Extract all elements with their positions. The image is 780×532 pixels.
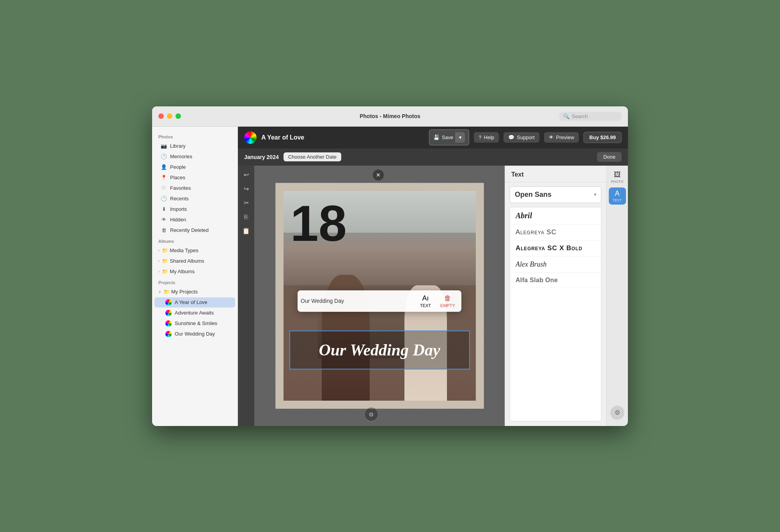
save-label: Save	[442, 134, 454, 140]
sidebar-project-item[interactable]: Adventure Awaits	[154, 308, 235, 318]
places-icon: 📍	[161, 175, 167, 181]
empty-btn-label: EMPTY	[440, 303, 455, 308]
left-toolbar: ↩ ↪ ✂ ⎘ 📋	[238, 166, 254, 426]
photo-tool-button[interactable]: 🖼 PHOTO	[609, 169, 626, 186]
sidebar-project-item[interactable]: Our Wedding Day	[154, 329, 235, 339]
copy-button[interactable]: ⎘	[240, 211, 252, 223]
choose-date-button[interactable]: Choose Another Date	[284, 152, 341, 161]
minimize-button[interactable]	[167, 113, 172, 119]
sidebar-label-recently-deleted: Recently Deleted	[170, 227, 209, 233]
help-label: Help	[484, 134, 495, 140]
gear-button[interactable]: ⚙	[610, 406, 624, 420]
rainbow-icon	[165, 299, 172, 306]
font-list-item[interactable]: Alex Brush	[510, 256, 601, 273]
close-button[interactable]	[158, 113, 164, 119]
text-tool-icon: A	[615, 189, 619, 198]
hidden-icon: 👁	[161, 217, 167, 223]
search-box[interactable]: 🔍 Search	[559, 112, 622, 121]
help-button[interactable]: ? Help	[474, 132, 499, 143]
text-input-field[interactable]	[301, 298, 414, 304]
fullscreen-button[interactable]	[176, 113, 181, 119]
support-label: Support	[517, 134, 535, 140]
sidebar-item-favorites[interactable]: ♡ Favorites	[154, 183, 235, 193]
redo-button[interactable]: ↪	[240, 183, 252, 195]
buy-button[interactable]: Buy $26.99	[583, 132, 622, 143]
media-types-icon: 📁	[162, 247, 168, 254]
imports-icon: ⬇	[161, 206, 167, 212]
sidebar-albums-label: Albums	[152, 236, 238, 245]
sidebar-group-my-projects[interactable]: ∨ 📁 My Projects	[154, 287, 235, 297]
support-button[interactable]: 💬 Support	[503, 132, 539, 143]
sidebar-item-places[interactable]: 📍 Places	[154, 173, 235, 183]
sidebar-item-memories[interactable]: 🕐 Memories	[154, 152, 235, 162]
text-style-button[interactable]: Aı TEXT	[417, 293, 434, 309]
text-panel-title: Text	[505, 166, 606, 182]
projects-icon: 📁	[163, 289, 170, 295]
sidebar-item-imports[interactable]: ⬇ Imports	[154, 204, 235, 214]
sidebar-label-my-projects: My Projects	[171, 289, 198, 295]
sidebar-label-places: Places	[170, 175, 185, 180]
font-list-item[interactable]: Abril	[510, 207, 601, 224]
wedding-day-text: Our Wedding Day	[319, 341, 440, 359]
project-item-label: Our Wedding Day	[175, 331, 215, 337]
buy-label: Buy $26.99	[589, 134, 616, 140]
close-panel-button[interactable]: ✕	[373, 170, 384, 180]
sidebar-project-item[interactable]: A Year of Love	[154, 297, 235, 308]
page-canvas: 18 Our Wedding Day Aı TEXT	[275, 183, 484, 409]
page-number-18: 18	[291, 198, 347, 249]
done-button[interactable]: Done	[597, 152, 622, 162]
chevron-right-icon-3: ›	[158, 269, 160, 274]
support-icon: 💬	[508, 134, 514, 140]
cut-button[interactable]: ✂	[240, 197, 252, 209]
font-selector[interactable]: Open Sans ▾	[510, 186, 601, 203]
font-selector-name: Open Sans	[515, 191, 551, 199]
chevron-down-icon: ∨	[158, 290, 161, 294]
sidebar-item-people[interactable]: 👤 People	[154, 162, 235, 172]
sidebar-group-media-types[interactable]: › 📁 Media Types	[154, 246, 235, 256]
font-list-item[interactable]: Alfa Slab One	[510, 273, 601, 288]
sidebar-project-item[interactable]: Sunshine & Smiles	[154, 318, 235, 329]
shared-albums-icon: 📁	[162, 258, 168, 264]
paste-button[interactable]: 📋	[240, 225, 252, 237]
camera-button[interactable]: ⊙	[364, 407, 378, 421]
sidebar-label-shared-albums: Shared Albums	[170, 258, 204, 264]
font-list-item[interactable]: Alegreya SC X Bold	[510, 240, 601, 256]
my-albums-icon: 📁	[162, 269, 168, 275]
sidebar-item-hidden[interactable]: 👁 Hidden	[154, 215, 235, 225]
undo-button[interactable]: ↩	[240, 169, 252, 181]
save-dropdown-arrow[interactable]: ▾	[456, 132, 465, 143]
sidebar-item-recents[interactable]: 🕐 Recents	[154, 194, 235, 204]
sidebar-group-shared-albums[interactable]: › 📁 Shared Albums	[154, 256, 235, 266]
font-list: AbrilAlegreya SCAlegreya SC X BoldAlex B…	[510, 207, 601, 421]
photo-tool-label: PHOTO	[611, 180, 624, 184]
text-tool-button[interactable]: A TEXT	[609, 187, 626, 205]
main-content: Photos 📷 Library 🕐 Memories 👤 People 📍 P…	[152, 127, 628, 426]
text-tool-label: TEXT	[613, 198, 622, 202]
save-button[interactable]: 💾 Save ▾	[429, 129, 470, 145]
preview-button[interactable]: 👁 Preview	[544, 132, 579, 143]
sidebar-group-my-albums[interactable]: › 📁 My Albums	[154, 267, 235, 277]
float-text-bar: Aı TEXT 🗑 EMPTY	[298, 290, 461, 312]
title-bar: Photos - Mimeo Photos 🔍 Search	[152, 106, 628, 127]
sidebar-item-library[interactable]: 📷 Library	[154, 141, 235, 151]
sidebar-label-media-types: Media Types	[170, 247, 198, 253]
sidebar-projects-label: Projects	[152, 277, 238, 286]
app-project-title: A Year of Love	[261, 134, 304, 141]
sidebar-item-recently-deleted[interactable]: 🗑 Recently Deleted	[154, 225, 235, 235]
memories-icon: 🕐	[161, 154, 167, 160]
photo-tool-icon: 🖼	[614, 171, 621, 179]
text-box-overlay[interactable]: Our Wedding Day	[289, 331, 470, 369]
project-items-list: A Year of Love Adventure Awaits Sunshine…	[152, 297, 238, 339]
empty-button[interactable]: 🗑 EMPTY	[437, 293, 458, 309]
people-icon: 👤	[161, 164, 167, 170]
right-area: A Year of Love 💾 Save ▾ ? Help 💬 Support…	[238, 127, 628, 426]
right-tools-panel: 🖼 PHOTO A TEXT ⚙	[606, 166, 628, 426]
rainbow-icon	[165, 331, 172, 337]
font-list-item[interactable]: Alegreya SC	[510, 224, 601, 240]
project-item-label: Sunshine & Smiles	[175, 320, 217, 326]
search-placeholder: Search	[572, 113, 588, 119]
rainbow-icon	[165, 310, 172, 316]
app-logo	[244, 131, 257, 144]
sidebar-label-memories: Memories	[170, 154, 192, 159]
save-icon: 💾	[433, 134, 440, 140]
